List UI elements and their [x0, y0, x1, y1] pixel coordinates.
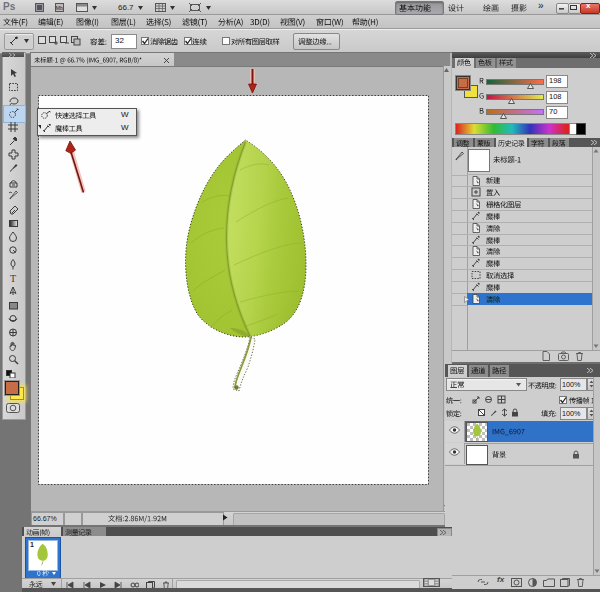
svg-text:Mb: Mb — [56, 5, 63, 11]
svg-text:T: T — [10, 273, 16, 284]
